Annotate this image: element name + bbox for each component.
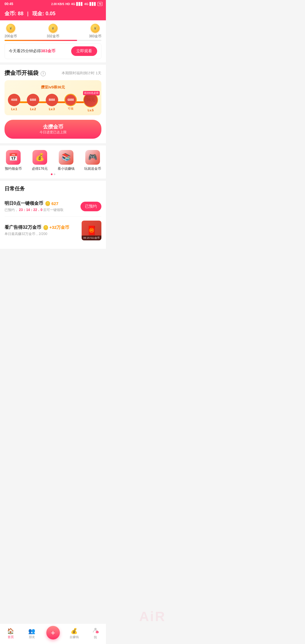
task-zero-claim-button[interactable]: 已预约	[80, 202, 101, 211]
lucky-bag-header: 攒金币开福袋 ? 本期限时福利倒计时 1天	[5, 69, 101, 77]
milestone-1-label: 200金币	[5, 34, 17, 39]
collect-coins-button[interactable]: 去攒金币 今日进度已达上限	[5, 120, 101, 139]
action-game-label: 玩就送金币	[84, 166, 101, 171]
action-novel-label: 看小说赚钱	[58, 166, 75, 171]
task-watch-ad-title: 看广告得32万金币 🪙 +32万金币	[5, 225, 82, 230]
task-watch-ad-coins: 🪙 +32万金币	[43, 225, 69, 230]
milestone-2-label: 332金币	[47, 34, 59, 39]
action-guaranteed-label: 必得176元	[32, 166, 48, 171]
watch-banner: 今天看25分钟必得383金币 立即观看	[5, 43, 101, 59]
watch-banner-text: 今天看25分钟必得383金币	[9, 49, 55, 54]
progress-track	[5, 40, 101, 41]
level-item-1: 4688 Lv.1	[8, 94, 20, 111]
task-watch-ad-subtitle: 单日最高赚32万金币，2/200	[5, 232, 82, 236]
bag-lv3: 8888	[46, 94, 58, 106]
watch-now-button[interactable]: 立即观看	[71, 46, 97, 56]
help-icon[interactable]: ?	[41, 71, 46, 76]
milestone-icons-row: ¥ 200金币 ¥ 332金币 ¥ 383金币	[5, 24, 101, 39]
4g-icon-2: 4G	[84, 2, 88, 6]
dot-1	[51, 173, 53, 175]
dots-indicator	[0, 173, 106, 175]
lucky-bag-section: 攒金币开福袋 ? 本期限时福利倒计时 1天 攒至lv5得36元 4688 Lv.…	[0, 65, 106, 143]
task-watch-ad-thumbnail[interactable]: 🧧 06:15 511金币	[82, 221, 101, 240]
status-bar: 00:45 2.00 KB/S HD 4G ▋▋▋ 4G ▋▋▋ 70	[0, 0, 106, 8]
4g-icon: 4G	[71, 2, 75, 6]
level-target-label: 攒至lv5得36元	[8, 85, 98, 90]
gold-value: 88	[18, 11, 23, 16]
game-icon: 🎮	[85, 150, 100, 165]
dot-2	[54, 173, 55, 175]
gold-label: 金币:	[5, 11, 16, 16]
network-speed: 2.00 KB/S	[51, 3, 64, 6]
level-item-2: 6888 Lv.2	[27, 94, 39, 111]
milestone-3-label: 383金币	[89, 34, 101, 39]
signal-bars: ▋▋▋	[76, 2, 83, 6]
status-icons: 2.00 KB/S HD 4G ▋▋▋ 4G ▋▋▋ 70	[51, 2, 103, 6]
book-icon: 📚	[59, 150, 73, 165]
header-divider: |	[27, 11, 29, 17]
quick-actions-section: 📅 预约领金币 💰 必得176元 📚 看小说赚钱 🎮 玩就送金币	[0, 145, 106, 179]
level-progress-card: 攒至lv5得36元 4688 Lv.1 6888 Lv.2	[5, 80, 101, 115]
milestone-3: ¥ 383金币	[89, 24, 101, 39]
action-reserve-label: 预约领金币	[5, 166, 22, 171]
coin-icon-2: ¥	[49, 24, 58, 33]
daily-tasks-section: 日常任务 明日0点一键领金币 🪙 627 已预约， 23：14：22．0 后可一…	[0, 181, 106, 249]
task-watch-ad: 看广告得32万金币 🪙 +32万金币 单日最高赚32万金币，2/200 🧧 06…	[5, 217, 101, 244]
bag-lv4: 6888	[64, 94, 77, 106]
lucky-bag-title: 攒金币开福袋	[5, 70, 38, 76]
progress-bar-container	[5, 40, 101, 41]
battery-icon: 70	[97, 2, 103, 6]
hd-icon: HD	[66, 2, 70, 6]
level-item-4: 6888 可领	[64, 94, 77, 111]
bag-lv5: 36元 前200名必得	[83, 93, 98, 107]
red-envelope: 🧧 06:15 511金币	[82, 221, 101, 240]
coin-icon-3: ¥	[91, 24, 100, 33]
task-zero-claim-subtitle: 已预约， 23：14：22．0 后可一键领取	[5, 208, 80, 212]
actions-row: 📅 预约领金币 💰 必得176元 📚 看小说赚钱 🎮 玩就送金币	[0, 150, 106, 171]
signal-bars-2: ▋▋▋	[90, 2, 96, 6]
levels-row: 4688 Lv.1 6888 Lv.2 8888 Lv.3	[8, 93, 98, 112]
coin-icon-1: ¥	[6, 24, 15, 33]
task-zero-claim-coins: 🪙 627	[45, 201, 58, 206]
action-game[interactable]: 🎮 玩就送金币	[79, 150, 106, 171]
bag-lv2: 6888	[27, 94, 39, 106]
calendar-icon: 📅	[6, 150, 21, 165]
daily-tasks-title: 日常任务	[5, 185, 101, 192]
action-novel[interactable]: 📚 看小说赚钱	[53, 150, 80, 171]
milestone-2: ¥ 332金币	[47, 24, 59, 39]
progress-fill	[5, 40, 77, 41]
status-time: 00:45	[5, 2, 13, 6]
countdown-text: 本期限时福利倒计时 1天	[62, 71, 101, 76]
milestone-1: ¥ 200金币	[5, 24, 17, 39]
cash-value: 0.05	[45, 11, 55, 16]
ad-timer-badge: 06:15 511金币	[82, 236, 101, 240]
level-item-5: 95.23% 36元 前200名必得 Lv.5	[83, 93, 98, 112]
task-zero-claim-info: 明日0点一键领金币 🪙 627 已预约， 23：14：22．0 后可一键领取	[5, 201, 80, 212]
milestones-section: ¥ 200金币 ¥ 332金币 ¥ 383金币 今天看25分钟必得383金币 立…	[0, 20, 106, 62]
action-reserve[interactable]: 📅 预约领金币	[0, 150, 27, 171]
watch-highlight: 383金币	[41, 49, 55, 53]
lucky-bag-title-row: 攒金币开福袋 ?	[5, 69, 46, 77]
cash-label: 现金:	[32, 11, 44, 16]
bag-lv1: 4688	[8, 94, 20, 106]
money-icon: 💰	[32, 150, 47, 165]
header: 金币: 88 | 现金: 0.05	[0, 8, 106, 20]
action-guaranteed[interactable]: 💰 必得176元	[27, 150, 53, 171]
task-watch-ad-info: 看广告得32万金币 🪙 +32万金币 单日最高赚32万金币，2/200	[5, 225, 82, 236]
level-item-3: 8888 Lv.3	[46, 94, 58, 111]
task-zero-claim: 明日0点一键领金币 🪙 627 已预约， 23：14：22．0 后可一键领取 已…	[5, 197, 101, 217]
top200-badge: 前200名必得	[83, 91, 100, 95]
task-zero-claim-title: 明日0点一键领金币 🪙 627	[5, 201, 80, 206]
